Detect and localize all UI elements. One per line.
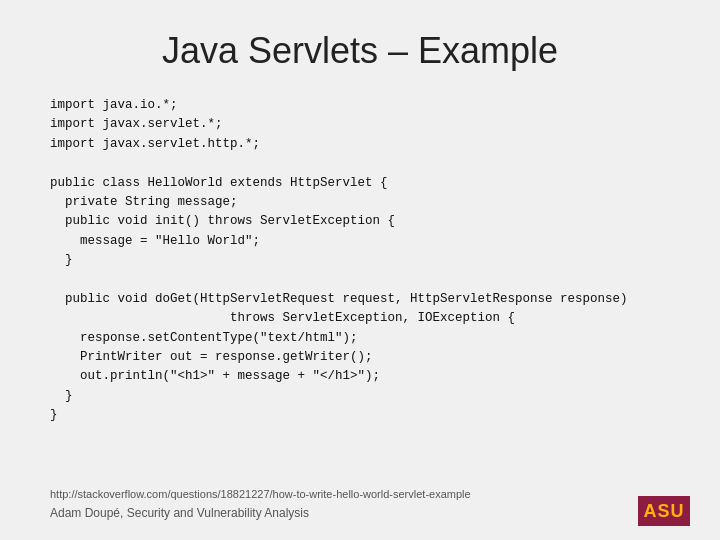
footer-url: http://stackoverflow.com/questions/18821… [50,488,471,500]
footer-name: Adam Doupé, Security and Vulnerability A… [50,506,309,520]
asu-logo: ASU [638,496,690,526]
code-block: import java.io.*; import javax.servlet.*… [50,96,670,425]
slide-title: Java Servlets – Example [50,30,670,72]
slide: Java Servlets – Example import java.io.*… [0,0,720,540]
